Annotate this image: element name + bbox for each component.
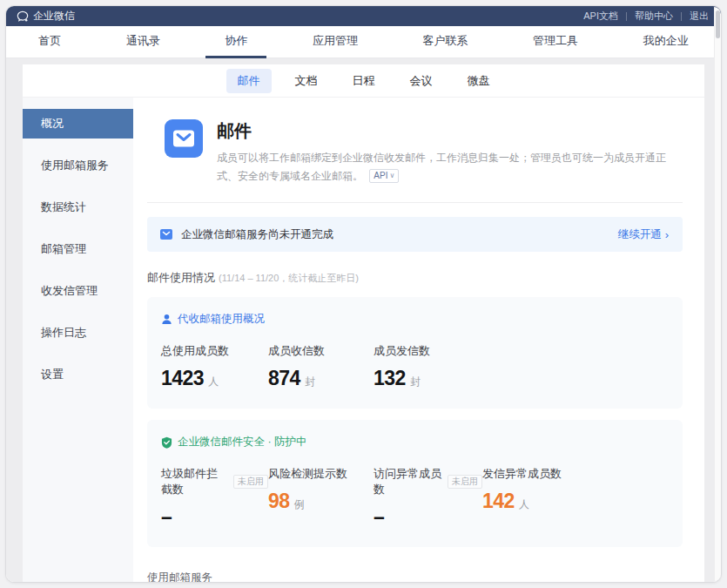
- stat-unit: 人: [519, 497, 529, 512]
- proxy-card-title: 代收邮箱使用概况: [178, 312, 265, 327]
- sidebar-item-mailbox-management[interactable]: 邮箱管理: [23, 234, 133, 264]
- stat-label: 访问异常成员数: [374, 466, 442, 497]
- not-enabled-badge: 未启用: [448, 475, 482, 489]
- stat-value: 874: [268, 367, 300, 390]
- stat-spam-blocked: 垃圾邮件拦截数 未启用 –: [161, 466, 268, 529]
- notice-text: 企业微信邮箱服务尚未开通完成: [181, 227, 333, 242]
- nav-tab-tools[interactable]: 管理工具: [514, 26, 597, 58]
- stat-label: 发信异常成员数: [482, 466, 665, 482]
- separator: [626, 12, 627, 21]
- sidebar-item-overview[interactable]: 概况: [23, 109, 133, 139]
- sidebar-item-statistics[interactable]: 数据统计: [23, 193, 133, 222]
- description-text: 成员可以将工作邮箱绑定到企业微信收发邮件，工作消息归集一处；管理员也可统一为成员…: [217, 152, 666, 182]
- stat-value: 1423: [161, 367, 204, 390]
- body-row: 概况 使用邮箱服务 数据统计 邮箱管理 收发信管理 操作日志 设置: [23, 98, 704, 582]
- logout-link[interactable]: 退出: [690, 10, 709, 23]
- app-window: 企业微信 API文档 帮助中心 退出 首页 通讯录 协作 应用管理 客户联系 管…: [5, 5, 722, 583]
- proxy-mailbox-card: 代收邮箱使用概况 总使用成员数 1423 人 成员收信: [147, 297, 683, 409]
- continue-activation-link[interactable]: 继续开通 ›: [618, 227, 669, 242]
- stat-risk-alerts: 风险检测提示数 98 例: [268, 466, 374, 529]
- stat-total-members: 总使用成员数 1423 人: [161, 343, 268, 390]
- proxy-stats: 总使用成员数 1423 人 成员收信数 874 封: [161, 343, 665, 390]
- sidebar-item-send-receive[interactable]: 收发信管理: [23, 276, 133, 306]
- wecom-bubble-icon: [17, 10, 29, 23]
- stat-label: 成员收信数: [268, 343, 374, 359]
- stat-value: 132: [374, 367, 406, 390]
- stat-abnormal-access: 访问异常成员数 未启用 –: [374, 466, 482, 529]
- usage-period: (11/14 – 11/20，统计截止至昨日): [219, 273, 359, 283]
- nav-tab-collaboration[interactable]: 协作: [205, 26, 266, 58]
- stat-value: 98: [268, 490, 290, 513]
- mail-app-icon: [165, 119, 203, 158]
- security-stats: 垃圾邮件拦截数 未启用 – 风险检测提示数 98: [161, 466, 665, 529]
- subtab-mail[interactable]: 邮件: [226, 69, 272, 93]
- page-title: 邮件: [217, 119, 679, 143]
- main-content: 邮件 成员可以将工作邮箱绑定到企业微信收发邮件，工作消息归集一处；管理员也可统一…: [133, 98, 704, 582]
- subtab-drive[interactable]: 微盘: [456, 69, 501, 93]
- user-icon: [161, 314, 172, 325]
- header-texts: 邮件 成员可以将工作邮箱绑定到企业微信收发邮件，工作消息归集一处；管理员也可统一…: [217, 119, 679, 186]
- stat-mails-sent: 成员发信数 132 封: [374, 343, 665, 390]
- scrollbar-thumb[interactable]: [716, 10, 720, 38]
- section-divider: [147, 202, 683, 203]
- app-description: 成员可以将工作邮箱绑定到企业微信收发邮件，工作消息归集一处；管理员也可统一为成员…: [217, 149, 679, 186]
- sidebar-item-settings[interactable]: 设置: [23, 360, 133, 389]
- stat-unit: 封: [410, 375, 421, 389]
- activation-notice-bar: 企业微信邮箱服务尚未开通完成 继续开通 ›: [147, 217, 683, 252]
- mail-security-card: 企业微信邮件安全 · 防护中 垃圾邮件拦截数 未启用 –: [147, 420, 683, 547]
- app-logo: 企业微信: [17, 9, 75, 24]
- api-dropdown[interactable]: API ∨: [369, 169, 399, 183]
- topbar: 企业微信 API文档 帮助中心 退出: [6, 6, 721, 26]
- stat-value: –: [161, 505, 172, 529]
- nav-tab-contacts[interactable]: 通讯录: [107, 26, 179, 58]
- collaboration-panel: 邮件 文档 日程 会议 微盘 概况 使用邮箱服务 数据统计 邮箱管理 收发信管理…: [23, 64, 704, 582]
- api-tag-label: API: [374, 170, 387, 182]
- stat-unit: 封: [305, 375, 315, 389]
- subtab-meeting[interactable]: 会议: [399, 69, 444, 93]
- usage-title: 邮件使用情况: [147, 271, 215, 284]
- main-nav: 首页 通讯录 协作 应用管理 客户联系 管理工具 我的企业: [6, 26, 721, 58]
- stat-unit: 人: [208, 375, 219, 389]
- chevron-right-icon: ›: [665, 228, 669, 241]
- nav-tab-my-company[interactable]: 我的企业: [624, 26, 708, 58]
- subtab-docs[interactable]: 文档: [284, 69, 329, 93]
- stat-value: –: [374, 505, 384, 529]
- not-enabled-badge: 未启用: [233, 475, 268, 489]
- usage-section-label: 邮件使用情况(11/14 – 11/20，统计截止至昨日): [147, 270, 683, 286]
- help-center-link[interactable]: 帮助中心: [635, 10, 673, 23]
- stat-label: 垃圾邮件拦截数: [161, 466, 228, 497]
- content-area: 邮件 文档 日程 会议 微盘 概况 使用邮箱服务 数据统计 邮箱管理 收发信管理…: [6, 58, 721, 582]
- stat-value: 142: [482, 490, 515, 513]
- subtab-calendar[interactable]: 日程: [341, 69, 387, 93]
- separator: [681, 12, 682, 21]
- stat-mails-received: 成员收信数 874 封: [268, 343, 374, 390]
- nav-tab-customer[interactable]: 客户联系: [404, 26, 488, 58]
- proxy-card-header[interactable]: 代收邮箱使用概况: [161, 312, 665, 327]
- chevron-down-icon: ∨: [389, 170, 394, 182]
- stat-label: 成员发信数: [374, 343, 665, 359]
- stat-label: 总使用成员数: [161, 343, 268, 359]
- nav-tab-home[interactable]: 首页: [19, 26, 80, 58]
- continue-activation-label: 继续开通: [618, 227, 662, 242]
- api-doc-link[interactable]: API文档: [583, 10, 618, 23]
- security-card-title: 企业微信邮件安全 · 防护中: [178, 435, 307, 449]
- stat-label: 风险检测提示数: [268, 466, 374, 482]
- service-section-label: 使用邮箱服务: [147, 571, 683, 582]
- subtab-bar: 邮件 文档 日程 会议 微盘: [23, 64, 704, 98]
- topbar-links: API文档 帮助中心 退出: [583, 10, 709, 23]
- mail-notice-icon: [159, 227, 173, 241]
- security-card-header[interactable]: 企业微信邮件安全 · 防护中: [161, 435, 665, 449]
- stat-unit: 例: [294, 497, 305, 512]
- sidebar-item-use-mail-service[interactable]: 使用邮箱服务: [23, 151, 133, 180]
- vertical-scrollbar[interactable]: [714, 7, 721, 581]
- mail-app-header: 邮件 成员可以将工作邮箱绑定到企业微信收发邮件，工作消息归集一处；管理员也可统一…: [165, 119, 679, 186]
- stat-abnormal-senders: 发信异常成员数 142 人: [482, 466, 665, 529]
- logo-text: 企业微信: [33, 9, 75, 24]
- sidebar-item-operation-log[interactable]: 操作日志: [23, 318, 133, 348]
- shield-icon: [161, 436, 172, 449]
- nav-tab-apps[interactable]: 应用管理: [293, 26, 377, 58]
- sidebar: 概况 使用邮箱服务 数据统计 邮箱管理 收发信管理 操作日志 设置: [23, 98, 133, 582]
